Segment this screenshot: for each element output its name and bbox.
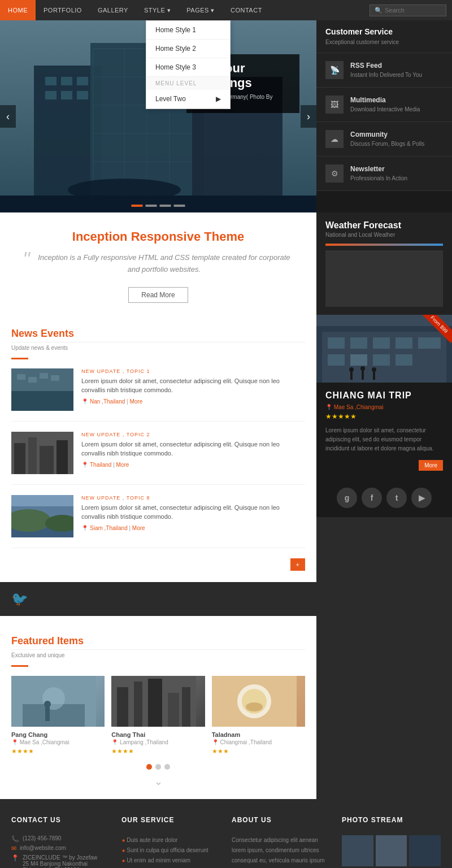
travel-location: 📍 Mae Sa ,Chiangmai xyxy=(325,404,443,410)
hero-dot-1[interactable] xyxy=(132,205,143,207)
sidebar-link-community[interactable]: ☁ Community Discuss Forum, Blogs & Polls xyxy=(316,122,452,157)
svg-rect-60 xyxy=(373,337,390,349)
carousel-dot-1[interactable] xyxy=(146,764,152,770)
carousel-dots xyxy=(11,764,305,770)
hero-next-button[interactable]: › xyxy=(301,105,316,128)
travel-card-image: From $99 xyxy=(316,315,452,383)
nav-contact[interactable]: CONTACT xyxy=(223,0,270,20)
footer-photo-col: PHOTO STREAM xyxy=(342,816,441,868)
footer-phone: 📞 (123) 456-7890 xyxy=(11,835,110,843)
news-thumb-3 xyxy=(11,495,73,537)
style-dropdown: Home Style 1 Home Style 2 Home Style 3 M… xyxy=(146,20,231,109)
sidebar-link-multimedia[interactable]: 🖼 Multimedia Download Interactive Media xyxy=(316,88,452,122)
twitter-button[interactable]: t xyxy=(386,488,407,508)
news-section-title: News Events xyxy=(11,320,305,342)
service-item-1: Duis aute irure dolor xyxy=(121,835,220,845)
more-news-button[interactable]: + xyxy=(290,558,305,571)
address-icon: 📍 xyxy=(11,854,19,868)
nav-home[interactable]: HOME xyxy=(0,0,36,20)
multimedia-subtitle: Download Interactive Media xyxy=(350,106,420,112)
hero-prev-button[interactable]: ‹ xyxy=(0,105,16,128)
youtube-button[interactable]: ▶ xyxy=(411,488,432,508)
featured-item-2: Chang Thai 📍 Lampang ,Thailand ★★★★ xyxy=(111,676,205,755)
svg-rect-66 xyxy=(395,354,412,366)
svg-rect-49 xyxy=(168,693,179,727)
news-more-1[interactable]: More xyxy=(129,398,142,405)
dropdown-item-level2[interactable]: Level Two ▶ xyxy=(146,90,230,108)
navbar: HOME PORTFOLIO GALLERY STYLE ▾ PAGES ▾ C… xyxy=(0,0,452,20)
nav-style[interactable]: STYLE ▾ xyxy=(136,0,179,20)
svg-rect-50 xyxy=(182,687,190,727)
travel-card: From $99 CHIANG MAI TRIP 📍 Mae Sa ,Chian… xyxy=(316,315,452,517)
photo-stream-item[interactable] xyxy=(342,835,373,867)
svg-rect-32 xyxy=(28,437,37,474)
weather-section: Weather Forecast National and Local Weat… xyxy=(316,212,452,315)
featured-thumb-2 xyxy=(111,676,205,727)
facebook-button[interactable]: f xyxy=(362,488,382,508)
quote-mark-icon: " xyxy=(23,250,30,270)
svg-rect-31 xyxy=(14,443,25,474)
featured-loc-3: 📍 Chiangmai ,Thailand xyxy=(212,739,305,745)
svg-point-44 xyxy=(44,701,51,708)
community-icon: ☁ xyxy=(325,130,344,148)
hero-dot-3[interactable] xyxy=(160,205,171,207)
photo-stream-item[interactable] xyxy=(376,835,407,867)
dropdown-item-2[interactable]: Home Style 2 xyxy=(146,40,230,58)
news-content-2: NEW UPDATE , TOPIC 2 Lorem ipsum dolor s… xyxy=(81,432,305,474)
travel-more-button[interactable]: More xyxy=(419,460,443,471)
travel-stars: ★★★★★ xyxy=(325,413,443,420)
travel-title: CHIANG MAI TRIP xyxy=(325,390,443,401)
svg-rect-71 xyxy=(373,371,375,380)
news-more-2[interactable]: More xyxy=(116,462,129,468)
dropdown-item-3[interactable]: Home Style 3 xyxy=(146,58,230,77)
sidebar-link-newsletter[interactable]: ⚙ Newsletter Professionals In Action xyxy=(316,157,452,191)
nav-gallery[interactable]: GALLERY xyxy=(90,0,136,20)
featured-name-1: Pang Chang xyxy=(11,731,105,738)
svg-rect-8 xyxy=(77,91,88,99)
dark-divider: 🐦 xyxy=(0,582,316,616)
nav-pages[interactable]: PAGES ▾ xyxy=(179,0,223,20)
intro-section: Inception Responsive Theme " Inception i… xyxy=(0,212,316,320)
svg-rect-28 xyxy=(51,375,59,381)
carousel-dot-2[interactable] xyxy=(155,764,161,770)
photo-stream-item[interactable] xyxy=(409,835,441,867)
featured-underline xyxy=(11,665,28,667)
svg-point-70 xyxy=(360,366,365,371)
svg-rect-48 xyxy=(148,679,162,727)
dropdown-item-1[interactable]: Home Style 1 xyxy=(146,21,230,40)
customer-service-subtitle: Exceptional customer service xyxy=(325,39,399,45)
community-subtitle: Discuss Forum, Blogs & Polls xyxy=(350,141,424,147)
featured-thumb-1 xyxy=(11,676,105,727)
footer-contact-col: CONTACT US 📞 (123) 456-7890 ✉ info@websi… xyxy=(11,816,110,868)
footer-about-text: Consectetur adipiscing elit aenean lorem… xyxy=(232,835,331,868)
news-text-3: Lorem ipsum dolor sit amet, consectetur … xyxy=(81,503,305,522)
read-more-button[interactable]: Read More xyxy=(128,287,188,303)
rss-title: RSS Feed xyxy=(350,62,422,70)
footer-about-col: ABOUT US Consectetur adipiscing elit aen… xyxy=(232,816,331,868)
main-container: Inception Responsive Theme " Inception i… xyxy=(0,212,452,799)
featured-name-2: Chang Thai xyxy=(111,731,205,738)
featured-section: Featured Items Exclusive and unique xyxy=(0,616,316,799)
search-icon: 🔍 xyxy=(375,7,383,14)
news-more-3[interactable]: More xyxy=(132,525,145,531)
footer-service-list: Duis aute irure dolor Sunt in culpa qui … xyxy=(121,835,220,868)
featured-stars-3: ★★★ xyxy=(212,748,305,755)
search-input[interactable] xyxy=(385,7,441,14)
svg-rect-63 xyxy=(328,354,345,366)
svg-rect-58 xyxy=(328,337,345,349)
hero-dot-4[interactable] xyxy=(174,205,185,207)
google-plus-button[interactable]: g xyxy=(337,488,357,508)
carousel-dot-3[interactable] xyxy=(164,764,170,770)
sidebar-link-rss[interactable]: 📡 RSS Feed Instant Info Delivered To You xyxy=(316,53,452,88)
footer: CONTACT US 📞 (123) 456-7890 ✉ info@websi… xyxy=(0,799,452,868)
svg-rect-43 xyxy=(45,707,50,721)
phone-icon: 📞 xyxy=(11,835,19,843)
weather-title: Weather Forecast xyxy=(325,220,443,231)
footer-address: 📍 ZICEINCLUDE ™ by Jozefaw 25 M4 Banjong… xyxy=(11,854,110,868)
nav-portfolio[interactable]: PORTFOLIO xyxy=(36,0,90,20)
news-tag-3: NEW UPDATE , TOPIC 8 xyxy=(81,495,305,501)
search-box: 🔍 xyxy=(370,5,446,16)
news-meta-2: 📍Thailand | More xyxy=(81,462,305,468)
hero-dot-2[interactable] xyxy=(146,205,157,207)
news-item-3: NEW UPDATE , TOPIC 8 Lorem ipsum dolor s… xyxy=(11,495,305,548)
